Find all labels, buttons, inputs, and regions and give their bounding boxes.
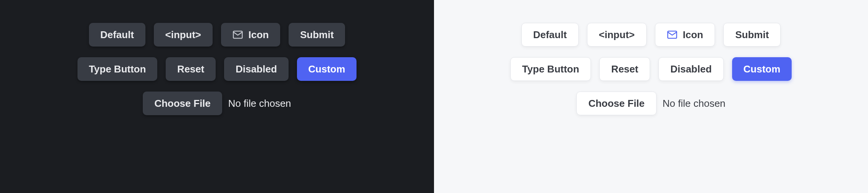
dark-theme-panel: Default <input> Icon Submit Type Button … [0, 0, 434, 193]
default-button[interactable]: Default [89, 23, 145, 47]
custom-button[interactable]: Custom [732, 57, 792, 81]
button-row-2: Type Button Reset Disabled Custom [77, 57, 357, 81]
mail-icon [232, 29, 243, 40]
disabled-button: Disabled [224, 57, 288, 81]
button-label: Disabled [236, 63, 277, 75]
icon-button[interactable]: Icon [655, 23, 715, 47]
type-button[interactable]: Type Button [77, 57, 158, 81]
custom-button[interactable]: Custom [297, 57, 357, 81]
mail-icon [667, 29, 678, 40]
icon-button[interactable]: Icon [221, 23, 280, 47]
input-button[interactable]: <input> [587, 23, 647, 47]
button-label: Choose File [588, 98, 644, 109]
default-button[interactable]: Default [521, 23, 579, 47]
button-label: Reset [611, 63, 638, 75]
choose-file-button[interactable]: Choose File [143, 92, 222, 115]
button-label: Custom [308, 63, 345, 75]
submit-button[interactable]: Submit [289, 23, 345, 47]
button-label: Type Button [522, 63, 579, 75]
button-label: Type Button [89, 63, 146, 75]
disabled-button: Disabled [658, 57, 723, 81]
file-status-text: No file chosen [228, 98, 291, 109]
button-label: Default [100, 29, 134, 41]
button-row-2: Type Button Reset Disabled Custom [510, 57, 792, 81]
button-label: Icon [248, 29, 269, 41]
button-label: Icon [683, 29, 703, 41]
light-theme-panel: Default <input> Icon Submit Type Button … [434, 0, 868, 193]
button-label: Reset [177, 63, 204, 75]
button-label: Submit [300, 29, 334, 41]
button-label: <input> [599, 29, 635, 41]
file-status-text: No file chosen [663, 98, 726, 109]
choose-file-button[interactable]: Choose File [576, 92, 656, 115]
input-button[interactable]: <input> [154, 23, 213, 47]
button-label: Custom [744, 63, 781, 75]
button-label: Default [533, 29, 567, 41]
button-label: Disabled [670, 63, 712, 75]
submit-button[interactable]: Submit [723, 23, 781, 47]
button-row-1: Default <input> Icon Submit [89, 23, 345, 47]
file-input-row: Choose File No file chosen [576, 92, 725, 115]
button-label: Choose File [154, 98, 210, 109]
type-button[interactable]: Type Button [510, 57, 591, 81]
reset-button[interactable]: Reset [166, 57, 216, 81]
button-row-1: Default <input> Icon Submit [521, 23, 781, 47]
button-label: <input> [165, 29, 201, 41]
file-input-row: Choose File No file chosen [143, 92, 291, 115]
reset-button[interactable]: Reset [599, 57, 650, 81]
button-label: Submit [735, 29, 769, 41]
